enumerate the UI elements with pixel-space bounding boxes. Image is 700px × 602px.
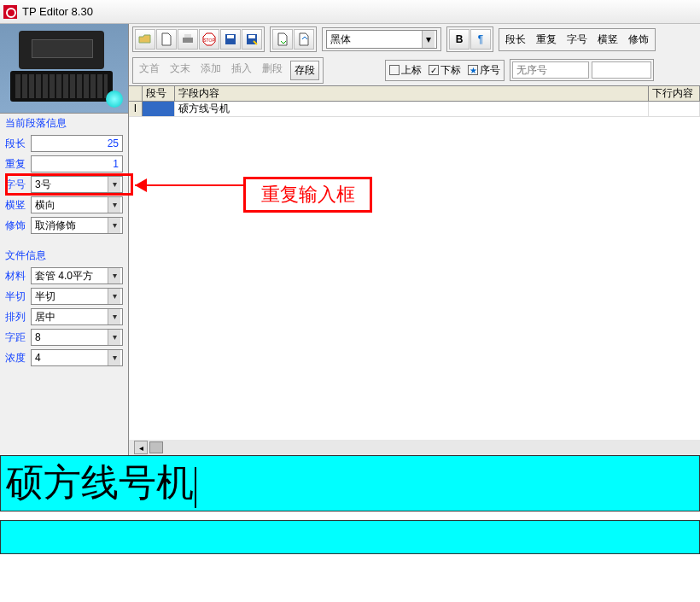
combo-alignment[interactable]: 居中 [31,308,123,325]
print-button[interactable] [178,29,198,50]
btn-repeat[interactable]: 重复 [534,32,559,48]
toolbar-paragraph-props: 段长 重复 字号 横竖 修饰 [499,28,656,51]
checkbox-star-icon: ★ [468,65,478,75]
chk-subscript[interactable]: ✓下标 [429,63,461,78]
row-halfcut: 半切 半切 [0,286,128,307]
checkbox-icon: ✓ [429,65,439,75]
input-sequence-extra[interactable] [592,61,651,79]
save-button[interactable] [220,29,241,50]
svg-text:STOP: STOP [203,38,215,43]
device-preview-image [0,24,128,114]
checkbox-icon [389,65,400,75]
heading-current-paragraph: 当前段落信息 [0,114,128,133]
val-segment-length[interactable]: 25 [31,135,123,152]
btn-seglen[interactable]: 段长 [503,32,528,48]
grid-header: 段号 字段内容 下行内容 [129,86,700,102]
col-next-line[interactable]: 下行内容 [649,86,700,101]
row-font-size: 字号 3号 [0,174,128,195]
col-segment-content[interactable]: 字段内容 [175,86,649,101]
btn-orient[interactable]: 横竖 [595,32,621,48]
row-segment-length: 段长 25 [0,133,128,154]
left-panel: 当前段落信息 段长 25 重复 1 字号 3号 横竖 横向 修饰 取消修饰 文件… [0,24,129,455]
toolbar-style-group: B ¶ [446,26,493,52]
bold-button[interactable]: B [449,29,470,50]
combo-material[interactable]: 套管 4.0平方 [31,267,123,284]
app-logo-icon [3,5,17,19]
input-repeat[interactable]: 1 [31,155,123,172]
toolbar-segment-ops: 文首 文末 添加 插入 删段 存段 [132,57,324,84]
open-button[interactable] [135,29,155,50]
annotation-arrow-head-icon [135,178,147,192]
stop-button[interactable]: STOP [199,29,219,50]
toolbar-row-1: STOP 黑体 B ¶ 段长 重复 字号 横竖 修饰 [129,24,700,55]
row-repeat: 重复 1 [0,154,128,174]
row-density: 浓度 4 [0,348,128,368]
btn-font[interactable]: 字号 [564,32,590,48]
row-alignment: 排列 居中 [0,307,128,327]
toolbar-script-group: 上标 ✓下标 ★序号 [385,60,505,81]
col-segment-no[interactable]: 段号 [143,86,175,101]
svg-rect-7 [248,35,255,38]
cell-content-1[interactable]: 硕方线号机 [175,102,649,116]
combo-decoration[interactable]: 取消修饰 [31,217,123,234]
text-cursor-icon [195,467,196,508]
export2-button[interactable] [294,29,314,50]
lbl-material: 材料 [5,269,31,283]
chk-sequence[interactable]: ★序号 [468,63,500,78]
grid-row-1[interactable]: I 硕方线号机 [129,102,700,117]
lbl-font-size: 字号 [5,178,31,192]
lbl-orientation: 横竖 [5,198,31,213]
row-orientation: 横竖 横向 [0,195,128,215]
btn-insert[interactable]: 插入 [229,61,254,80]
combo-font-size[interactable]: 3号 [31,176,123,193]
btn-doc-first[interactable]: 文首 [137,61,162,80]
cell-segno-1[interactable] [143,102,175,116]
preview-gap [0,511,700,520]
stop-icon: STOP [202,32,216,46]
toolbar-font-group: 黑体 [322,27,441,51]
segment-grid: 段号 字段内容 下行内容 I 硕方线号机 ◂ [129,85,700,455]
btn-decor[interactable]: 修饰 [626,32,651,48]
doc-arrow-icon [276,32,289,46]
toolbar-row-2: 文首 文末 添加 插入 删段 存段 上标 ✓下标 ★序号 [129,55,700,85]
preview-text: 硕方线号机 [6,461,194,503]
lbl-density: 浓度 [5,351,31,365]
svg-rect-0 [183,38,193,43]
new-button[interactable] [156,29,177,50]
lbl-decoration: 修饰 [5,219,31,233]
btn-save-seg[interactable]: 存段 [290,61,319,80]
printer-icon [181,32,195,46]
btn-delete-seg[interactable]: 删段 [260,61,285,80]
toolbar-file-group: STOP [132,26,265,52]
combo-density[interactable]: 4 [31,349,123,366]
saveas-button[interactable] [242,29,262,50]
document-icon [160,32,173,46]
lbl-halfcut: 半切 [5,289,31,304]
btn-add[interactable]: 添加 [198,61,224,80]
lbl-repeat: 重复 [5,157,31,172]
preview-strip-secondary[interactable] [0,520,700,554]
scroll-left-icon[interactable]: ◂ [134,441,148,454]
save-as-icon [245,32,259,46]
preview-strip-main[interactable]: 硕方线号机 [0,455,700,511]
horizontal-scrollbar[interactable]: ◂ [129,440,700,455]
pilcrow-button[interactable]: ¶ [470,29,491,50]
row-indicator-icon: I [129,102,143,116]
right-panel: STOP 黑体 B ¶ 段长 重复 字号 横竖 修饰 [129,24,700,455]
grid-empty-space [129,117,700,440]
btn-doc-last[interactable]: 文末 [167,61,193,80]
cell-next-1[interactable] [649,102,700,116]
toolbar-export-group [270,26,317,52]
annotation-arrow-line [135,184,244,186]
row-char-spacing: 字距 8 [0,327,128,348]
main-content: 当前段落信息 段长 25 重复 1 字号 3号 横竖 横向 修饰 取消修饰 文件… [0,24,700,455]
combo-orientation[interactable]: 横向 [31,196,123,213]
chk-superscript[interactable]: 上标 [389,63,422,78]
annotation-callout: 重复输入框 [243,177,372,213]
input-sequence[interactable] [512,61,589,79]
combo-char-spacing[interactable]: 8 [31,329,123,346]
combo-font-family[interactable]: 黑体 [326,30,437,49]
export1-button[interactable] [272,29,293,50]
scroll-thumb[interactable] [149,441,163,453]
combo-halfcut[interactable]: 半切 [31,288,123,305]
